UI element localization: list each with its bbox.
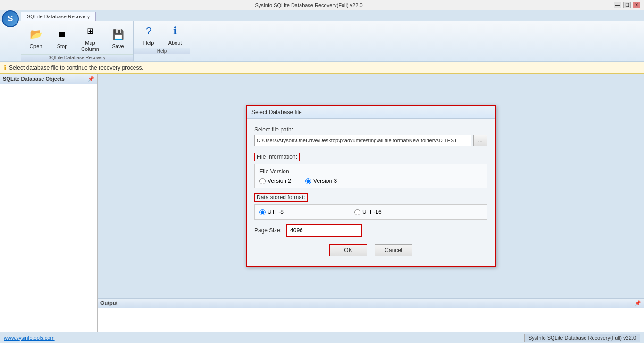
- file-info-section: File Information: File Version Version 2: [254, 153, 487, 188]
- version-radio-group: Version 2 Version 3: [259, 178, 482, 184]
- map-column-label: Map Column: [81, 40, 99, 52]
- cancel-label: Cancel: [385, 247, 402, 253]
- utf16-label: UTF-16: [362, 209, 382, 215]
- file-version-box: File Version Version 2 Versi: [254, 164, 487, 188]
- page-size-row: Page Size:: [254, 224, 487, 237]
- help-icon: ?: [140, 23, 157, 40]
- right-content: Select Database file Select file path: .…: [98, 74, 644, 343]
- dialog-footer: OK Cancel: [254, 244, 487, 256]
- close-button[interactable]: ✕: [633, 2, 640, 8]
- utf8-radio[interactable]: [259, 209, 266, 215]
- file-info-label: File Information:: [254, 153, 300, 161]
- ok-label: OK: [344, 247, 352, 253]
- cancel-button[interactable]: Cancel: [375, 244, 412, 256]
- page-size-label: Page Size:: [254, 227, 282, 234]
- map-column-button[interactable]: ⊞ Map Column: [75, 22, 105, 53]
- main-tab[interactable]: SQLite Database Recovery: [21, 12, 96, 21]
- output-title: Output: [100, 300, 117, 306]
- stop-label: Stop: [57, 43, 68, 49]
- version2-radio[interactable]: [259, 178, 266, 184]
- status-bar: www.sysinfotools.com SysInfo SQLite Data…: [0, 332, 644, 343]
- output-pin-icon: 📌: [635, 300, 641, 306]
- version3-label: Version 3: [313, 178, 337, 184]
- info-message: Select database file to continue the rec…: [9, 65, 143, 71]
- stop-button[interactable]: ⏹ Stop: [49, 22, 75, 53]
- tab-bar: SQLite Database Recovery: [0, 10, 644, 21]
- save-icon: 💾: [109, 26, 126, 43]
- left-panel-title: SQLite Database Objects: [3, 76, 65, 82]
- toolbar-group-main: 📂 Open ⏹ Stop ⊞ Map Column 💾 Save: [21, 21, 134, 61]
- open-icon: 📂: [27, 26, 44, 43]
- toolbar-group-main-label: SQLite Database Recovery: [21, 54, 133, 61]
- dialog-title: Select Database file: [247, 106, 495, 119]
- info-icon: ℹ: [4, 64, 6, 72]
- dialog-body: Select file path: ... File: [247, 119, 495, 266]
- toolbar-group-help: ? Help ℹ About Help: [134, 21, 190, 61]
- version2-label: Version 2: [268, 178, 291, 184]
- ok-button[interactable]: OK: [329, 244, 367, 256]
- info-bar: ℹ Select database file to continue the r…: [0, 62, 644, 74]
- window-title: SysInfo SQLite Database Recovery(Full) v…: [4, 2, 614, 8]
- save-label: Save: [112, 43, 124, 49]
- toolbar: 📂 Open ⏹ Stop ⊞ Map Column 💾 Save: [0, 21, 644, 62]
- website-link[interactable]: www.sysinfotools.com: [4, 335, 55, 341]
- about-label: About: [168, 40, 182, 46]
- middle-section: SQLite Database Objects 📌 Select Databas…: [0, 74, 644, 343]
- maximize-button[interactable]: ☐: [623, 2, 631, 8]
- map-column-icon: ⊞: [82, 23, 99, 40]
- output-header: Output 📌: [98, 298, 644, 308]
- file-version-title: File Version: [259, 168, 482, 175]
- pin-icon: 📌: [88, 76, 94, 82]
- toolbar-btns-help: ? Help ℹ About: [134, 21, 190, 48]
- browse-label: ...: [478, 138, 482, 143]
- scroll-area: Select Database file Select file path: .…: [98, 74, 644, 298]
- save-button[interactable]: 💾 Save: [105, 22, 131, 53]
- tab-label: SQLite Database Recovery: [27, 14, 90, 19]
- utf8-label: UTF-8: [268, 209, 284, 215]
- encoding-radio-group: UTF-8 UTF-16: [259, 209, 482, 215]
- select-database-dialog: Select Database file Select file path: .…: [246, 105, 496, 267]
- utf16-radio[interactable]: [354, 209, 360, 215]
- page-size-input[interactable]: [286, 224, 362, 237]
- help-label: Help: [143, 40, 154, 46]
- toolbar-btns-main: 📂 Open ⏹ Stop ⊞ Map Column 💾 Save: [21, 21, 133, 54]
- toolbar-group-help-label: Help: [134, 48, 190, 54]
- left-panel-header: SQLite Database Objects 📌: [0, 74, 97, 84]
- file-path-row: ...: [254, 135, 487, 146]
- stop-icon: ⏹: [54, 26, 71, 43]
- left-panel: SQLite Database Objects 📌: [0, 74, 98, 343]
- utf8-option[interactable]: UTF-8: [259, 209, 284, 215]
- data-format-label: Data stored format:: [254, 193, 308, 202]
- app-logo: S: [2, 10, 19, 27]
- about-button[interactable]: ℹ About: [162, 22, 188, 47]
- minimize-button[interactable]: —: [614, 2, 621, 8]
- utf16-option[interactable]: UTF-16: [354, 209, 382, 215]
- browse-button[interactable]: ...: [473, 135, 487, 146]
- about-icon: ℹ: [167, 23, 184, 40]
- version2-option[interactable]: Version 2: [259, 178, 291, 184]
- window-controls: — ☐ ✕: [614, 2, 640, 8]
- version3-radio[interactable]: [305, 178, 311, 184]
- file-path-label: Select file path:: [254, 126, 487, 133]
- title-bar: SysInfo SQLite Database Recovery(Full) v…: [0, 0, 644, 10]
- open-label: Open: [30, 43, 42, 49]
- open-button[interactable]: 📂 Open: [23, 22, 49, 53]
- data-format-section: Data stored format: UTF-8: [254, 193, 487, 220]
- app-window: SysInfo SQLite Database Recovery(Full) v…: [0, 0, 644, 343]
- help-button[interactable]: ? Help: [135, 22, 162, 47]
- version3-option[interactable]: Version 3: [305, 178, 337, 184]
- toolbar-sections: 📂 Open ⏹ Stop ⊞ Map Column 💾 Save: [0, 21, 644, 61]
- file-path-group: Select file path: ...: [254, 126, 487, 146]
- file-path-input[interactable]: [254, 135, 471, 146]
- dialog-overlay: Select Database file Select file path: .…: [98, 74, 644, 298]
- encoding-box: UTF-8 UTF-16: [254, 204, 487, 220]
- version-label: SysInfo SQLite Database Recovery(Full) v…: [524, 334, 640, 342]
